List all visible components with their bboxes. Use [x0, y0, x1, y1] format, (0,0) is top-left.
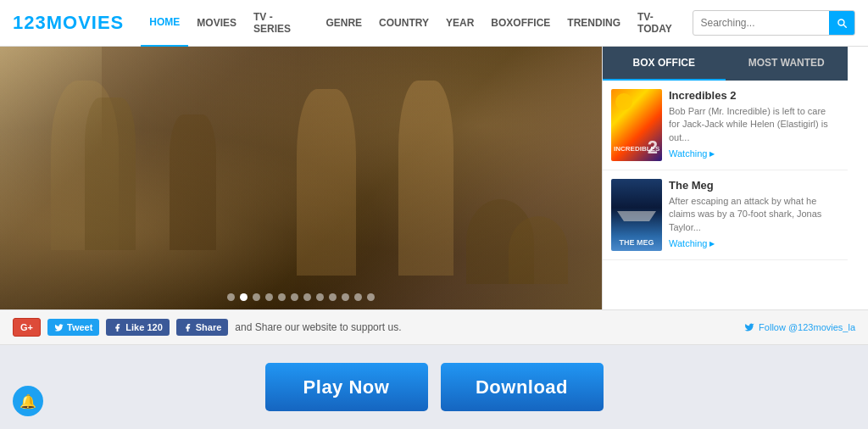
movie-description: After escaping an attack by what he clai…: [669, 195, 839, 234]
search-button[interactable]: [829, 10, 854, 36]
movie-title: Incredibles 2: [669, 89, 839, 102]
share-button[interactable]: Share: [176, 319, 229, 336]
slider-dot[interactable]: [278, 293, 286, 301]
share-label: Share: [196, 322, 222, 332]
twitter-follow-label: Follow @123movies_la: [759, 322, 855, 332]
slider-dot[interactable]: [354, 293, 362, 301]
nav-tv-series[interactable]: TV - SERIES: [245, 0, 317, 47]
logo-123: 123: [13, 12, 47, 33]
play-now-button[interactable]: Play Now: [265, 363, 428, 411]
tweet-label: Tweet: [67, 322, 92, 332]
download-button[interactable]: Download: [441, 363, 604, 411]
tab-mostwanted[interactable]: MOST WANTED: [726, 47, 849, 81]
facebook-icon: [113, 323, 122, 332]
tab-boxoffice[interactable]: BOX OFFICE: [603, 47, 726, 81]
sidebar: BOX OFFICE MOST WANTED INCREDIBLES Incre…: [602, 47, 848, 309]
like-button[interactable]: Like 120: [106, 319, 169, 336]
nav-genre[interactable]: GENRE: [317, 0, 370, 47]
movie-description: Bob Parr (Mr. Incredible) is left to car…: [669, 105, 839, 144]
logo-movies: MOVIES: [47, 12, 125, 33]
like-label: Like 120: [125, 322, 162, 332]
watching-link[interactable]: Watching: [669, 238, 839, 248]
nav-tv-today[interactable]: TV-TODAY: [629, 0, 693, 47]
facebook-share-icon: [183, 323, 192, 332]
movie-info-incredibles2: Incredibles 2 Bob Parr (Mr. Incredible) …: [669, 89, 839, 161]
main-area: BOX OFFICE MOST WANTED INCREDIBLES Incre…: [0, 47, 868, 309]
watching-link[interactable]: Watching: [669, 148, 839, 159]
twitter-follow-link[interactable]: Follow @123movies_la: [744, 322, 855, 332]
movie-card-incredibles2: INCREDIBLES Incredibles 2 Bob Parr (Mr. …: [603, 81, 848, 170]
twitter-follow-icon: [744, 322, 754, 332]
search-input[interactable]: [693, 17, 829, 29]
search-icon: [836, 17, 848, 29]
movie-card-meg: THE MEG The Meg After escaping an attack…: [603, 170, 848, 260]
hero-slider[interactable]: [0, 47, 602, 309]
nav-trending[interactable]: TRENDING: [559, 0, 629, 47]
nav-home[interactable]: HOME: [141, 0, 188, 47]
social-message: and Share our website to support us.: [235, 321, 401, 333]
header: 123MOVIES HOME MOVIES TV - SERIES GENRE …: [0, 0, 868, 47]
button-area: Play Now Download: [0, 345, 868, 429]
slider-dot[interactable]: [316, 293, 324, 301]
tweet-button[interactable]: Tweet: [47, 319, 99, 336]
slider-dot[interactable]: [253, 293, 260, 301]
bell-icon: 🔔: [19, 393, 36, 410]
twitter-icon: [54, 323, 64, 332]
movie-thumbnail-incredibles2[interactable]: INCREDIBLES: [611, 89, 662, 161]
movie-title: The Meg: [669, 179, 839, 192]
nav-movies[interactable]: MOVIES: [188, 0, 245, 47]
slider-dot[interactable]: [240, 293, 248, 301]
slider-dot[interactable]: [342, 293, 349, 301]
nav-boxoffice[interactable]: BOXOFFICE: [482, 0, 559, 47]
navigation: HOME MOVIES TV - SERIES GENRE COUNTRY YE…: [141, 0, 693, 47]
slider-dot[interactable]: [227, 293, 235, 301]
gplus-button[interactable]: G+: [13, 318, 41, 337]
slider-dots: [227, 293, 375, 301]
social-bar: G+ Tweet Like 120 Share and Share our we…: [0, 309, 868, 345]
search-container: [693, 10, 855, 36]
logo[interactable]: 123MOVIES: [13, 12, 124, 34]
slider-dot[interactable]: [367, 293, 375, 301]
slider-dot[interactable]: [291, 293, 298, 301]
nav-year[interactable]: YEAR: [437, 0, 482, 47]
notification-bell-button[interactable]: 🔔: [13, 386, 43, 416]
sidebar-tabs: BOX OFFICE MOST WANTED: [603, 47, 848, 81]
slider-image: [0, 47, 602, 309]
slider-dot[interactable]: [303, 293, 311, 301]
nav-country[interactable]: COUNTRY: [370, 0, 437, 47]
movie-thumbnail-meg[interactable]: THE MEG: [611, 179, 662, 251]
slider-dot[interactable]: [265, 293, 273, 301]
slider-dot[interactable]: [329, 293, 337, 301]
movie-info-meg: The Meg After escaping an attack by what…: [669, 179, 839, 251]
